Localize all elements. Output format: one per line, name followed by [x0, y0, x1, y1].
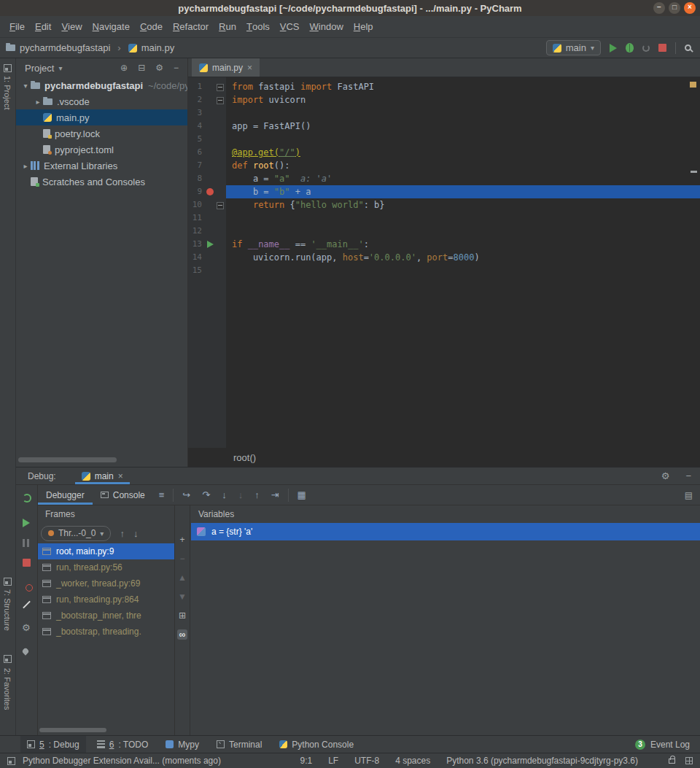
frame-row[interactable]: _worker, thread.py:69 — [38, 575, 174, 591]
fold-icon[interactable] — [216, 80, 225, 93]
maximize-button[interactable]: □ — [669, 2, 680, 14]
debug-session-tab[interactable]: main × — [75, 468, 130, 484]
debug-settings-gear-icon[interactable]: ⚙ — [22, 622, 31, 633]
line-ending[interactable]: LF — [328, 756, 338, 766]
tab-console[interactable]: Console — [93, 485, 153, 505]
step-into-icon[interactable]: ↓ — [216, 485, 233, 505]
hide-panel-icon[interactable]: − — [685, 470, 691, 481]
stripe-structure-button[interactable]: 7: Structure — [3, 589, 12, 631]
run-to-cursor-icon[interactable]: ⇥ — [265, 485, 285, 505]
frame-row[interactable]: _bootstrap, threading. — [38, 624, 174, 640]
collapse-all-icon[interactable]: ⊟ — [138, 63, 145, 73]
code-text[interactable]: from fastapi import FastAPI — [226, 80, 700, 93]
editor-tab-main-py[interactable]: main.py × — [192, 58, 260, 77]
gutter-line-8[interactable]: 8 — [188, 172, 226, 185]
debug-button[interactable] — [626, 43, 634, 53]
status-message[interactable]: Python Debugger Extension Avail... (mome… — [23, 756, 300, 766]
code-text[interactable] — [226, 264, 700, 277]
close-tab-icon[interactable]: × — [118, 471, 123, 481]
show-execution-point-icon[interactable]: ↪ — [176, 485, 196, 505]
minimize-button[interactable]: − — [653, 2, 665, 14]
gutter-line-11[interactable]: 11 — [188, 212, 226, 225]
force-step-into-icon[interactable]: ↓ — [233, 485, 249, 505]
pin-tab-icon[interactable] — [21, 647, 29, 655]
gutter-line-4[interactable]: 4 — [188, 120, 226, 133]
menu-vcs[interactable]: VCS — [275, 16, 305, 37]
gutter-line-7[interactable]: 7 — [188, 159, 226, 172]
python-interpreter[interactable]: Python 3.6 (pycharmdebugfastapi-9cdjtyrg… — [446, 756, 638, 766]
indent-size[interactable]: 4 spaces — [395, 756, 430, 766]
menu-window[interactable]: Window — [305, 16, 349, 37]
gutter-line-9[interactable]: 9 — [188, 185, 226, 198]
previous-frame-icon[interactable]: ↑ — [120, 528, 125, 539]
resume-program-icon[interactable] — [23, 519, 30, 527]
chevron-down-icon[interactable]: ▾ — [58, 64, 62, 72]
tree-item-vscode[interactable]: ▸ .vscode — [16, 93, 187, 109]
event-log-button[interactable]: 3 Event Log — [635, 736, 690, 753]
code-text[interactable]: uvicorn.run(app, host='0.0.0.0', port=80… — [226, 251, 700, 264]
horizontal-scrollbar[interactable] — [39, 728, 106, 732]
code-text[interactable]: def root(): — [226, 159, 700, 172]
add-watch-icon[interactable]: + — [177, 535, 187, 545]
code-text[interactable] — [226, 212, 700, 225]
toolwindow-debug[interactable]: 5: Debug — [20, 736, 86, 753]
run-configuration-select[interactable]: main ▾ — [546, 40, 601, 55]
close-button[interactable]: × — [684, 2, 696, 14]
gutter-line-5[interactable]: 5 — [188, 133, 226, 146]
tree-item-main-py[interactable]: main.py — [16, 109, 187, 125]
gutter-line-12[interactable]: 12 — [188, 225, 226, 238]
scope-breadcrumb[interactable]: root() — [233, 452, 256, 463]
stripe-favorites-button[interactable]: 2: Favorites — [3, 668, 12, 710]
code-text[interactable]: @app.get("/") — [226, 146, 700, 159]
gutter-line-2[interactable]: 2 — [188, 93, 226, 106]
step-out-icon[interactable]: ↑ — [249, 485, 265, 505]
menu-code[interactable]: Code — [135, 16, 168, 37]
caret-position[interactable]: 9:1 — [300, 756, 312, 766]
tree-item-project-root[interactable]: ▾ pycharmdebugfastapi ~/code/pycharmdebu… — [16, 77, 187, 93]
run-line-icon[interactable] — [206, 238, 216, 251]
toolwindow-terminal[interactable]: Terminal — [210, 736, 268, 753]
frame-row[interactable]: run, thread.py:56 — [38, 559, 174, 575]
structure-stripe-icon[interactable] — [4, 578, 12, 586]
tree-item-external-libraries[interactable]: ▸ External Libraries — [16, 158, 187, 174]
rerun-debug-icon[interactable] — [23, 494, 31, 503]
frame-row[interactable]: _bootstrap_inner, thre — [38, 608, 174, 624]
menu-run[interactable]: Run — [214, 16, 241, 37]
chevron-collapsed-icon[interactable]: ▸ — [20, 162, 31, 170]
tree-item-pyproject-toml[interactable]: pyproject.toml — [16, 141, 187, 158]
menu-help[interactable]: Help — [349, 16, 378, 37]
move-watch-down-icon[interactable]: ▼ — [177, 591, 187, 602]
next-frame-icon[interactable]: ↓ — [133, 528, 139, 539]
file-encoding[interactable]: UTF-8 — [354, 756, 379, 766]
frame-row[interactable]: run, threading.py:864 — [38, 591, 174, 608]
menu-icon[interactable]: ≡ — [153, 485, 171, 505]
code-text[interactable] — [226, 106, 700, 120]
close-tab-icon[interactable]: × — [247, 63, 252, 73]
step-over-icon[interactable]: ↷ — [196, 485, 216, 505]
layout-settings-icon[interactable]: ▤ — [685, 490, 693, 500]
pause-program-icon[interactable] — [23, 539, 29, 547]
menu-navigate[interactable]: Navigate — [88, 16, 135, 37]
code-text[interactable] — [226, 133, 700, 146]
gutter-line-1[interactable]: 1 — [188, 80, 226, 93]
menu-file[interactable]: File — [4, 16, 30, 37]
stop-button[interactable] — [658, 44, 666, 52]
code-text[interactable]: app = FastAPI() — [226, 120, 700, 133]
fold-icon[interactable] — [216, 93, 225, 106]
stop-process-icon[interactable] — [23, 559, 31, 567]
coverage-button[interactable] — [642, 44, 650, 52]
gear-icon[interactable]: ⚙ — [661, 470, 670, 481]
toolwindow-toggle-icon[interactable] — [7, 757, 15, 765]
breadcrumb-file[interactable]: main.py — [141, 42, 175, 53]
code-text[interactable]: b = "b" + a — [226, 185, 700, 198]
search-icon[interactable] — [685, 44, 691, 51]
move-watch-up-icon[interactable]: ▲ — [177, 573, 187, 583]
stripe-project-button[interactable]: 1: Project — [3, 76, 12, 109]
gutter-line-15[interactable]: 15 — [188, 264, 226, 277]
tab-debugger[interactable]: Debugger — [38, 485, 93, 505]
tree-item-scratches[interactable]: Scratches and Consoles — [16, 174, 187, 190]
menu-tools[interactable]: Tools — [241, 16, 275, 37]
code-text[interactable]: a = "a" a: 'a' — [226, 172, 700, 185]
toolwindow-python-console[interactable]: Python Console — [273, 736, 360, 753]
run-button[interactable] — [610, 44, 617, 53]
